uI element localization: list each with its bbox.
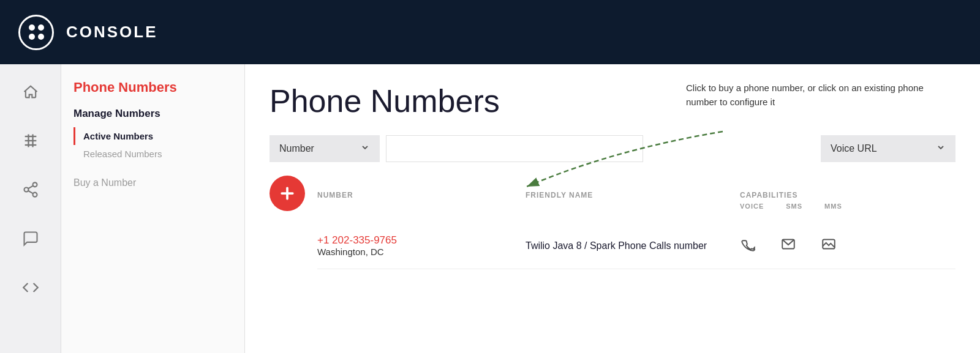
number-filter-chevron <box>360 143 370 155</box>
cell-capabilities <box>740 236 956 256</box>
phone-location: Washington, DC <box>317 247 384 257</box>
mms-capability-icon <box>821 236 837 256</box>
manage-numbers-title: Manage Numbers <box>74 108 232 120</box>
number-search-input[interactable] <box>386 135 643 162</box>
sidebar-nav: Active Numbers Released Numbers <box>74 127 232 163</box>
col-header-capabilities: CAPABILITIES VOICE SMS MMS <box>740 189 956 210</box>
svg-line-9 <box>28 186 33 189</box>
number-filter-dropdown[interactable]: Number <box>270 135 380 162</box>
page-title: Phone Numbers <box>270 83 500 119</box>
sidebar-item-code[interactable] <box>12 272 49 303</box>
svg-point-6 <box>24 188 28 192</box>
main-content: Phone Numbers Click to buy a phone numbe… <box>245 64 980 353</box>
col-header-number: NUMBER <box>317 189 526 200</box>
annotation: Click to buy a phone number, or click on… <box>686 81 943 109</box>
svg-line-8 <box>28 191 33 194</box>
sidebar: Phone Numbers Manage Numbers Active Numb… <box>61 64 245 353</box>
sidebar-item-connections[interactable] <box>12 174 49 205</box>
voice-url-chevron <box>936 143 946 155</box>
app-title: CONSOLE <box>66 23 158 42</box>
sidebar-item-buy-number[interactable]: Buy a Number <box>74 177 232 188</box>
sidebar-item-home[interactable] <box>12 76 49 107</box>
table-header-area: NUMBER FRIENDLY NAME CAPABILITIES VOICE … <box>270 176 956 223</box>
col-header-friendly: FRIENDLY NAME <box>526 189 740 200</box>
capabilities-sub-headers: VOICE SMS MMS <box>740 203 956 210</box>
main-layout: Phone Numbers Manage Numbers Active Numb… <box>0 64 980 353</box>
top-header: CONSOLE <box>0 0 980 64</box>
logo-dots <box>29 24 44 40</box>
sidebar-item-numbers[interactable] <box>12 125 49 156</box>
number-filter-label: Number <box>279 143 314 154</box>
logo <box>18 15 54 50</box>
sidebar-item-active-numbers[interactable]: Active Numbers <box>74 127 232 145</box>
filter-bar: Number Voice URL <box>270 135 956 162</box>
voice-url-label: Voice URL <box>831 143 877 154</box>
sidebar-title[interactable]: Phone Numbers <box>74 80 232 95</box>
add-number-button[interactable] <box>270 176 305 211</box>
phone-number-link[interactable]: +1 202-335-9765 <box>317 234 526 247</box>
voice-url-filter-dropdown[interactable]: Voice URL <box>821 135 956 162</box>
sidebar-item-released-numbers[interactable]: Released Numbers <box>74 145 232 163</box>
svg-point-7 <box>32 193 37 197</box>
sms-capability-icon <box>780 236 796 256</box>
sidebar-item-chat[interactable] <box>12 223 49 254</box>
voice-capability-icon <box>740 236 756 256</box>
cell-phone-number: +1 202-335-9765 Washington, DC <box>317 234 526 258</box>
table-header-row: NUMBER FRIENDLY NAME CAPABILITIES VOICE … <box>317 189 956 210</box>
table-row: +1 202-335-9765 Washington, DC Twilio Ja… <box>317 223 956 269</box>
table-header-columns: NUMBER FRIENDLY NAME CAPABILITIES VOICE … <box>317 189 956 210</box>
annotation-text: Click to buy a phone number, or click on… <box>686 83 924 107</box>
svg-point-5 <box>32 182 37 187</box>
icon-nav <box>0 64 61 353</box>
cell-friendly-name: Twilio Java 8 / Spark Phone Calls number <box>526 239 740 253</box>
